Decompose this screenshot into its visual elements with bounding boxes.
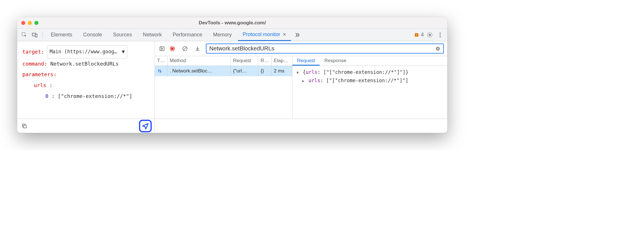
detail-pane: Request Response ▼ {urls: ["["chrome-ext…	[292, 56, 447, 119]
colon: :	[49, 82, 52, 88]
col-type[interactable]: T…	[155, 56, 167, 66]
svg-line-16	[184, 47, 186, 50]
clear-icon[interactable]	[181, 44, 189, 53]
panel-tab-bar: Elements Console Sources Network Perform…	[17, 29, 447, 41]
tab-sources[interactable]: Sources	[108, 29, 136, 41]
detail-tab-response[interactable]: Response	[320, 56, 351, 66]
more-tabs-icon[interactable]	[293, 31, 301, 39]
window-title: DevTools - www.google.com/	[17, 20, 447, 26]
row-method: .Network.setBloc…	[167, 66, 231, 76]
detail-body: ▼ {urls: ["["chrome-extension://*"]"]} ▶…	[292, 66, 447, 87]
svg-point-6	[429, 34, 431, 36]
row-elapsed: 2 ms	[272, 66, 292, 76]
table-row[interactable]: .Network.setBloc… {"url… {} 2 ms	[155, 66, 292, 76]
maximize-window-button[interactable]	[34, 21, 38, 25]
tab-label: Protocol monitor	[243, 32, 280, 38]
clear-filter-icon[interactable]	[435, 46, 440, 51]
json-line-1[interactable]: ▼ {urls: ["["chrome-extension://*"]"]}	[296, 68, 443, 76]
send-command-button[interactable]	[139, 120, 152, 132]
monitor-pane: Network.setBlockedURLs T… Method Request…	[155, 41, 447, 133]
close-tab-icon[interactable]	[282, 32, 286, 36]
row-response: {}	[258, 66, 272, 76]
tab-elements[interactable]: Elements	[46, 29, 77, 41]
monitor-body: T… Method Request R… Elap… .Network.setB…	[155, 56, 447, 119]
editor-footer	[17, 119, 155, 133]
command-editor-pane: target: Main (https://www.goog… ▼ comman…	[17, 41, 155, 133]
detail-tab-request[interactable]: Request	[292, 56, 320, 66]
tab-protocol-monitor[interactable]: Protocol monitor	[238, 29, 291, 41]
target-value: Main (https://www.goog…	[50, 47, 117, 57]
minimize-window-button[interactable]	[28, 21, 32, 25]
urls-key: urls	[34, 82, 46, 88]
col-response[interactable]: R…	[258, 56, 272, 66]
command-editor: target: Main (https://www.goog… ▼ comman…	[17, 41, 155, 119]
svg-rect-4	[416, 34, 417, 35]
protocol-table: T… Method Request R… Elap… .Network.setB…	[155, 56, 292, 119]
device-toolbar-icon[interactable]	[30, 31, 39, 39]
target-label: target:	[22, 46, 44, 57]
close-window-button[interactable]	[21, 21, 25, 25]
table-header: T… Method Request R… Elap…	[155, 56, 292, 66]
inspect-element-icon[interactable]	[20, 31, 29, 39]
tab-network[interactable]: Network	[138, 29, 166, 41]
svg-rect-2	[35, 34, 37, 37]
tab-performance[interactable]: Performance	[168, 29, 207, 41]
kebab-menu-icon[interactable]	[436, 31, 444, 39]
copy-icon[interactable]	[20, 122, 29, 130]
divider	[42, 32, 43, 38]
filter-value: Network.setBlockedURLs	[209, 45, 274, 52]
main-area: target: Main (https://www.goog… ▼ comman…	[17, 41, 447, 133]
col-elapsed[interactable]: Elap…	[272, 56, 292, 66]
tab-memory[interactable]: Memory	[208, 29, 236, 41]
detail-tabs: Request Response	[292, 56, 447, 66]
svg-rect-10	[24, 125, 26, 128]
svg-rect-14	[171, 48, 173, 50]
monitor-toolbar: Network.setBlockedURLs	[155, 41, 447, 56]
svg-point-9	[440, 36, 441, 37]
collapse-sidebar-icon[interactable]	[158, 44, 166, 53]
traffic-lights	[21, 21, 38, 25]
warnings-badge[interactable]: 4	[414, 32, 424, 38]
filter-input[interactable]: Network.setBlockedURLs	[206, 44, 444, 54]
col-method[interactable]: Method	[167, 56, 231, 66]
command-value: Network.setBlockedURLs	[50, 61, 119, 67]
download-icon[interactable]	[193, 44, 202, 53]
svg-point-7	[440, 32, 441, 34]
target-select[interactable]: Main (https://www.goog… ▼	[47, 45, 127, 58]
col-request[interactable]: Request	[231, 56, 258, 66]
command-label: command:	[22, 61, 47, 67]
expand-triangle-right-icon[interactable]: ▶	[302, 79, 305, 83]
parameters-label: parameters:	[22, 71, 56, 77]
monitor-footer	[155, 119, 447, 133]
title-bar: DevTools - www.google.com/	[17, 17, 447, 29]
index-0-value: ["chrome-extension://*"]	[58, 93, 132, 99]
svg-point-8	[440, 34, 441, 36]
record-icon[interactable]	[168, 44, 177, 53]
tab-console[interactable]: Console	[79, 29, 107, 41]
chevron-down-icon: ▼	[122, 47, 125, 57]
direction-icon	[155, 66, 167, 76]
settings-icon[interactable]	[426, 31, 434, 39]
devtools-window: DevTools - www.google.com/ Elements Cons…	[17, 17, 447, 133]
expand-triangle-down-icon[interactable]: ▼	[296, 70, 299, 75]
warnings-count: 4	[421, 32, 424, 38]
row-request: {"url…	[231, 66, 258, 76]
svg-rect-5	[416, 36, 417, 36]
index-0: 0	[45, 93, 48, 99]
json-line-2[interactable]: ▶ urls: ["["chrome-extension://*"]"]	[296, 76, 443, 85]
